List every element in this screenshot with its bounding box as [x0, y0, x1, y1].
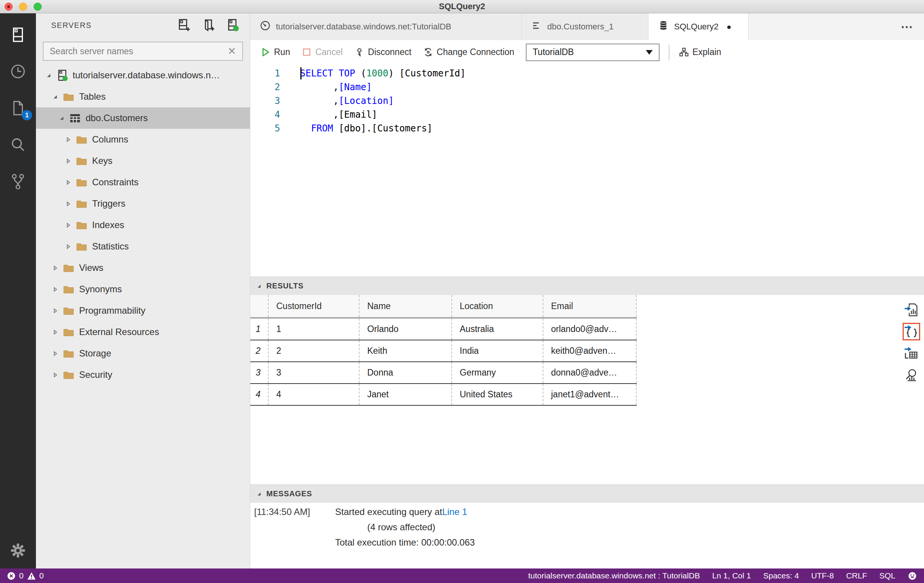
save-as-json-icon[interactable] — [903, 323, 920, 340]
tree-item-indexes[interactable]: Indexes — [36, 214, 250, 236]
tree-item-statistics[interactable]: Statistics — [36, 236, 250, 257]
tab-dbo-customers-1[interactable]: dbo.Customers_1 — [521, 13, 648, 40]
result-cell[interactable]: Orlando — [360, 319, 452, 340]
status-item-utf-8[interactable]: UTF-8 — [811, 571, 834, 580]
result-cell[interactable]: 1 — [269, 319, 360, 340]
more-actions-icon[interactable]: ⋯ — [901, 13, 914, 40]
status-item-spaces-4[interactable]: Spaces: 4 — [763, 571, 799, 580]
tab-sqlquery2[interactable]: SQLQuery2● — [648, 13, 749, 40]
new-server-group-icon[interactable] — [200, 17, 216, 33]
explain-button[interactable]: Explain — [679, 47, 721, 57]
window-titlebar: SQLQuery2 — [0, 0, 924, 13]
status-item-ln-1-col-1[interactable]: Ln 1, Col 1 — [712, 571, 751, 580]
tree-item-constraints[interactable]: Constraints — [36, 171, 250, 193]
tree-item-tutorialserver-database-windows-n[interactable]: tutorialserver.database.windows.n… — [36, 64, 250, 86]
status-item-tutorialserver-database-window[interactable]: tutorialserver.database.windows.net : Tu… — [528, 571, 700, 580]
database-icon — [658, 20, 669, 34]
active-connections-icon[interactable] — [225, 17, 241, 33]
tab-tutorialserver-database-windows-net-tutorialdb[interactable]: tutorialserver.database.windows.net:Tuto… — [250, 13, 521, 40]
code-text: FROM [dbo].[Customers] — [280, 123, 432, 134]
column-header-name[interactable]: Name — [360, 295, 452, 317]
activity-bar-item-source-control[interactable] — [0, 163, 36, 200]
settings-gear-icon[interactable] — [0, 542, 36, 559]
twistie-collapsed-icon[interactable] — [49, 308, 61, 314]
twistie-collapsed-icon[interactable] — [62, 222, 74, 228]
zoom-button[interactable] — [34, 3, 42, 11]
twistie-collapsed-icon[interactable] — [49, 351, 61, 356]
disconnect-button[interactable]: Disconnect — [354, 47, 412, 57]
row-number[interactable]: 1 — [250, 319, 269, 340]
twistie-expanded-icon[interactable] — [49, 94, 61, 100]
unsaved-dot-icon[interactable]: ● — [726, 22, 731, 31]
tree-item-keys[interactable]: Keys — [36, 150, 250, 171]
tree-item-storage[interactable]: Storage — [36, 343, 250, 364]
status-item-crlf[interactable]: CRLF — [846, 571, 867, 580]
result-cell[interactable]: United States — [452, 384, 543, 405]
result-cell[interactable]: donna0@adve… — [543, 362, 637, 383]
tree-item-synonyms[interactable]: Synonyms — [36, 278, 250, 300]
twistie-collapsed-icon[interactable] — [62, 137, 74, 143]
result-cell[interactable]: orlando0@adv… — [543, 319, 637, 340]
twistie-collapsed-icon[interactable] — [49, 372, 61, 378]
problems-status[interactable]: 0 0 — [7, 571, 44, 580]
twistie-expanded-icon[interactable] — [56, 115, 67, 121]
run-button[interactable]: Run — [260, 47, 290, 57]
twistie-collapsed-icon[interactable] — [62, 180, 74, 185]
sql-editor[interactable]: 1SELECT TOP (1000) [CustomerId]2 ,[Name]… — [250, 64, 924, 277]
tree-item-dbo-customers[interactable]: dbo.Customers — [36, 107, 250, 129]
result-cell[interactable]: janet1@advent… — [543, 384, 637, 405]
result-cell[interactable]: Donna — [360, 362, 452, 383]
tree-item-views[interactable]: Views — [36, 257, 250, 278]
tree-item-columns[interactable]: Columns — [36, 129, 250, 150]
tree-item-triggers[interactable]: Triggers — [36, 193, 250, 214]
row-number[interactable]: 4 — [250, 384, 269, 405]
result-cell[interactable]: 4 — [269, 384, 360, 405]
result-cell[interactable]: India — [452, 340, 543, 361]
result-cell[interactable]: Germany — [452, 362, 543, 383]
result-cell[interactable]: Keith — [360, 340, 452, 361]
column-header-customerid[interactable]: CustomerId — [269, 295, 360, 317]
new-connection-icon[interactable] — [176, 17, 192, 33]
database-dropdown[interactable]: TutorialDB — [526, 44, 660, 61]
results-panel-header[interactable]: RESULTS — [250, 277, 924, 295]
twistie-collapsed-icon[interactable] — [62, 201, 74, 207]
minimize-button[interactable] — [19, 3, 27, 11]
twistie-collapsed-icon[interactable] — [62, 158, 74, 164]
activity-bar-item-history[interactable] — [0, 53, 36, 90]
row-number[interactable]: 3 — [250, 362, 269, 383]
activity-bar-item-connections[interactable] — [0, 16, 36, 53]
row-number[interactable]: 2 — [250, 340, 269, 361]
row-number-header[interactable] — [250, 295, 269, 317]
tree-item-programmability[interactable]: Programmability — [36, 300, 250, 321]
twistie-expanded-icon[interactable] — [43, 72, 54, 78]
twistie-collapsed-icon[interactable] — [49, 329, 61, 335]
tree-item-security[interactable]: Security — [36, 364, 250, 385]
result-cell[interactable]: 2 — [269, 340, 360, 361]
twistie-collapsed-icon[interactable] — [49, 287, 61, 292]
save-as-csv-icon[interactable] — [903, 301, 920, 319]
cancel-button[interactable]: Cancel — [302, 47, 343, 57]
result-cell[interactable]: Australia — [452, 319, 543, 340]
change-connection-button[interactable]: Change Connection — [423, 47, 514, 57]
tree-item-tables[interactable]: Tables — [36, 86, 250, 107]
result-cell[interactable]: Janet — [360, 384, 452, 405]
close-button[interactable] — [5, 3, 13, 11]
view-as-chart-icon[interactable] — [903, 366, 920, 384]
save-as-excel-icon[interactable] — [903, 344, 920, 362]
column-header-email[interactable]: Email — [543, 295, 637, 317]
message-timestamp: [11:34:50 AM] — [250, 507, 335, 517]
activity-bar-item-search[interactable] — [0, 127, 36, 163]
messages-panel-header[interactable]: MESSAGES — [250, 484, 924, 503]
twistie-collapsed-icon[interactable] — [62, 244, 74, 249]
result-cell[interactable]: keith0@adven… — [543, 340, 637, 361]
column-header-location[interactable]: Location — [452, 295, 543, 317]
tree-item-external-resources[interactable]: External Resources — [36, 321, 250, 343]
result-cell[interactable]: 3 — [269, 362, 360, 383]
feedback-smiley-icon[interactable] — [908, 571, 917, 581]
line-link[interactable]: Line 1 — [442, 507, 467, 517]
activity-bar-item-open-file[interactable]: 1 — [0, 90, 36, 127]
search-input[interactable] — [50, 46, 228, 56]
clear-search-icon[interactable]: ✕ — [228, 46, 236, 56]
twistie-collapsed-icon[interactable] — [49, 265, 61, 271]
status-item-sql[interactable]: SQL — [879, 571, 895, 580]
